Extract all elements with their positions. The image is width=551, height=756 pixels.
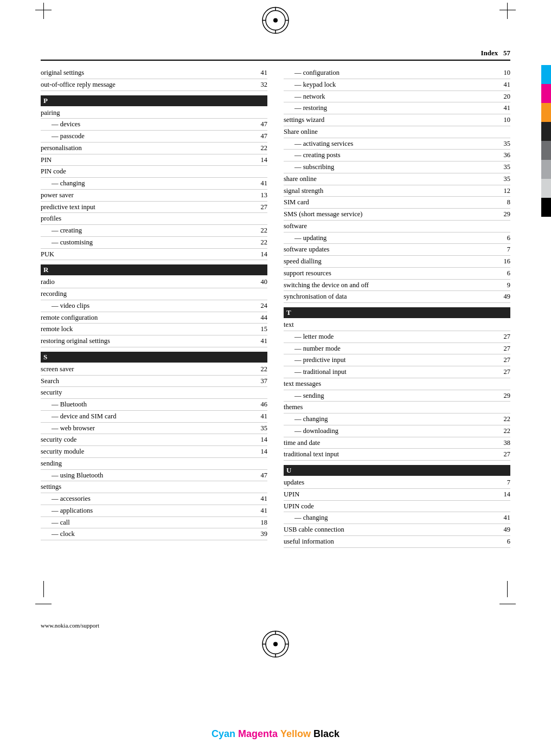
list-item: SMS (short message service)29 (284, 209, 510, 221)
entry-text: share online (284, 174, 499, 184)
entry-num: 10 (499, 68, 510, 78)
list-item: settings wizard10 (284, 114, 510, 126)
entry-text: UPIN (284, 489, 499, 500)
list-item: — subscribing35 (284, 161, 510, 173)
entry-text: UPIN code (284, 501, 499, 512)
list-item: time and date38 (284, 437, 510, 449)
section-s: S (41, 352, 267, 363)
list-item: SIM card8 (284, 197, 510, 209)
list-item: remote configuration44 (41, 312, 267, 324)
entry-num: 10 (499, 115, 510, 125)
entry-num: 14 (257, 447, 267, 457)
list-item: UPIN14 (284, 489, 510, 501)
entry-text: — keypad lock (284, 80, 499, 90)
entry-num: 24 (257, 301, 267, 311)
list-item: — creating posts36 (284, 150, 510, 161)
list-item: PIN14 (41, 154, 267, 166)
entry-num: 47 (257, 470, 267, 481)
entry-text: time and date (284, 438, 499, 448)
entry-num: 46 (257, 399, 267, 410)
list-item: — predictive input27 (284, 354, 510, 366)
entry-text: security module (41, 447, 257, 457)
pre-p-entries: original settings41out-of-office reply m… (41, 67, 267, 91)
list-item: — clock39 (41, 528, 267, 540)
cmyk-bar: Cyan Magenta Yellow Black (0, 728, 551, 740)
list-item: restoring original settings41 (41, 335, 267, 347)
entry-text: radio (41, 277, 257, 287)
u-entries: updates7UPIN14UPIN code— changing41USB c… (284, 477, 510, 548)
entry-num: 36 (499, 150, 510, 160)
entry-num: 15 (257, 324, 267, 334)
entry-text: — restoring (284, 103, 499, 113)
entry-text: SIM card (284, 197, 499, 208)
list-item: — passcode47 (41, 131, 267, 143)
list-item: — letter mode27 (284, 331, 510, 343)
entry-text: remote lock (41, 324, 257, 334)
list-item: — accessories41 (41, 493, 267, 505)
entry-text: SMS (short message service) (284, 209, 499, 219)
section-t: T (284, 307, 510, 318)
entry-num: 29 (499, 391, 510, 401)
entry-num: 22 (257, 225, 267, 236)
entry-text: out-of-office reply message (41, 80, 257, 90)
entry-text: — downloading (284, 426, 499, 436)
entry-num: 27 (499, 344, 510, 354)
list-item: screen saver22 (41, 364, 267, 376)
entry-text: recording (41, 289, 257, 299)
entry-text: — letter mode (284, 332, 499, 342)
entry-text: — accessories (41, 494, 257, 504)
entry-num: 38 (499, 438, 510, 448)
entry-text: — changing (284, 513, 499, 523)
entry-text: — changing (284, 414, 499, 424)
cmyk-cyan: Cyan (212, 728, 235, 740)
entry-text: predictive text input (41, 202, 257, 212)
entry-num: 35 (499, 139, 510, 149)
entry-num: 8 (499, 197, 510, 208)
list-item: Share online (284, 126, 510, 138)
entry-num: 27 (499, 367, 510, 377)
entry-num: 41 (257, 178, 267, 189)
list-item: UPIN code (284, 501, 510, 513)
list-item: security module14 (41, 446, 267, 458)
list-item: — network20 (284, 91, 510, 103)
list-item: — number mode27 (284, 343, 510, 355)
entry-num: 22 (257, 237, 267, 248)
entry-text: screen saver (41, 364, 257, 374)
list-item: — updating6 (284, 232, 510, 244)
entry-text: — subscribing (284, 162, 499, 172)
list-item: synchronisation of data49 (284, 291, 510, 303)
entry-text: software (284, 221, 499, 231)
entry-num: 16 (499, 256, 510, 267)
list-item: PIN code (41, 166, 267, 178)
entry-num: 9 (499, 280, 510, 290)
entry-num: 41 (257, 494, 267, 504)
entry-text: themes (284, 402, 499, 412)
entry-text: restoring original settings (41, 336, 257, 346)
entry-text: switching the device on and off (284, 280, 499, 290)
entry-text: — traditional input (284, 367, 499, 377)
list-item: PUK14 (41, 249, 267, 261)
nokia-logo-bottom (261, 629, 291, 661)
entry-text: — web browser (41, 423, 257, 434)
entry-text: personalisation (41, 143, 257, 153)
entry-text: settings (41, 482, 257, 492)
entry-num: 47 (257, 119, 267, 130)
entry-num: 41 (499, 513, 510, 523)
list-item: — changing22 (284, 413, 510, 425)
entry-text: — configuration (284, 68, 499, 78)
list-item: power saver13 (41, 190, 267, 202)
entry-text: — applications (41, 506, 257, 516)
entry-num: 6 (499, 537, 510, 547)
s-entries: screen saver22Search37security— Bluetoot… (41, 364, 267, 540)
list-item: — sending29 (284, 390, 510, 402)
cmyk-magenta: Magenta (238, 728, 278, 740)
section-u: U (284, 465, 510, 476)
entry-text: — video clips (41, 301, 257, 311)
entry-text: profiles (41, 214, 257, 224)
footer-url: www.nokia.com/support (41, 622, 99, 629)
list-item: — web browser35 (41, 423, 267, 435)
list-item: — restoring41 (284, 102, 510, 114)
entry-text: — activating services (284, 139, 499, 149)
list-item: — customising22 (41, 237, 267, 249)
list-item: USB cable connection49 (284, 524, 510, 536)
